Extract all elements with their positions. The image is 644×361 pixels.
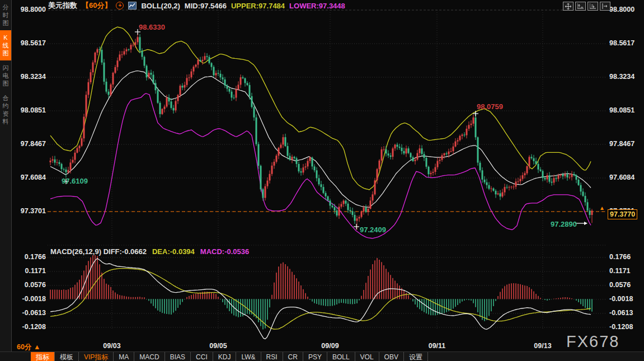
macd-axis-right-tick: -0.0613 (609, 309, 633, 317)
toolbar-item-BOLL[interactable]: BOLL (327, 352, 355, 361)
boll-lower-value: LOWER:97.3448 (289, 2, 345, 10)
price-axis-left-tick: 97.6084 (15, 174, 46, 181)
line (50, 259, 591, 339)
period-tag[interactable]: 【60分】 (82, 1, 111, 11)
price-axis-left-tick: 98.3234 (15, 73, 46, 81)
macd-dea-value: DEA:-0.0394 (152, 247, 195, 256)
price-axis-right-tick: 97.6084 (609, 174, 634, 181)
line (50, 93, 591, 238)
price-axis-left-tick: 97.8467 (15, 140, 46, 148)
price-annotation: 97.6109 (62, 177, 88, 185)
add-indicator-icon[interactable]: + (116, 2, 124, 10)
toolbar-item-OBV[interactable]: OBV (379, 352, 404, 361)
toolbar-item-指标[interactable]: 指标 (31, 352, 55, 361)
date-label: 09/13 (530, 342, 556, 350)
chart-header: 美元指数 【60分】 + BOLL(20,2) MID:97.5466 UPPE… (48, 1, 345, 10)
date-label: 09/11 (424, 342, 450, 350)
toolbar-item-RSI[interactable]: RSI (261, 352, 283, 361)
current-price-marker: 97.3770 (608, 209, 637, 219)
date-label: 09/03 (99, 342, 125, 350)
chart-canvas[interactable] (0, 0, 644, 361)
price-axis-right-tick: 98.5617 (609, 39, 634, 47)
pane-up-icon[interactable] (575, 2, 586, 11)
price-axis-left-tick: 98.8000 (15, 6, 46, 13)
pane-shift-icon[interactable] (600, 2, 610, 11)
toolbar-item-VOL[interactable]: VOL (355, 352, 379, 361)
toolbar-item-LW&[interactable]: LW& (236, 352, 261, 361)
macd-axis-right-tick: -0.0018 (609, 295, 633, 303)
macd-axis-left-tick: -0.1208 (15, 323, 46, 331)
date-label: 09/09 (317, 342, 343, 350)
line (50, 27, 591, 190)
toolbar-item-CR[interactable]: CR (283, 352, 303, 361)
sidebar-tab-1[interactable]: 分 时 图 (0, 0, 11, 30)
boll-upper-value: UPPER:97.7484 (231, 2, 285, 10)
boll-label: BOLL(20,2) (141, 2, 180, 10)
symbol-name: 美元指数 (48, 1, 77, 11)
macd-axis-left-tick: 0.0576 (15, 281, 46, 289)
price-annotation: 98.6330 (139, 23, 165, 31)
macd-axis-left-tick: 0.1171 (15, 267, 46, 275)
toolbar-item-BIAS[interactable]: BIAS (165, 352, 191, 361)
price-axis-right-tick: 98.0851 (609, 106, 634, 114)
toolbar-item-MA[interactable]: MA (114, 352, 134, 361)
sidebar-tab-3[interactable]: 闪 电 图 (0, 60, 11, 91)
chart-style-icon[interactable] (128, 2, 137, 10)
toolbar-item-CCI[interactable]: CCI (191, 352, 213, 361)
toolbar-item-KDJ[interactable]: KDJ (213, 352, 237, 361)
watermark: FX678 (566, 332, 619, 351)
price-axis-left-tick: 97.3701 (15, 207, 46, 215)
macd-axis-right-tick: -0.1208 (609, 323, 633, 331)
macd-header: MACD(26,12,9) DIFF:-0.0662 DEA:-0.0394 M… (50, 247, 249, 256)
macd-name-diff: MACD(26,12,9) DIFF:-0.0662 (50, 247, 147, 256)
toolbar-item-设置[interactable]: 设置 (404, 352, 428, 361)
toolbar-item-MACD[interactable]: MACD (134, 352, 164, 361)
toolbar-item-PSY[interactable]: PSY (303, 352, 327, 361)
macd-axis-left-tick: -0.0613 (15, 309, 46, 317)
macd-axis-right-tick: 0.1766 (609, 253, 631, 261)
chart-type-sidebar: 分 时 图K 线 图闪 电 图合 约 资 料 (0, 0, 12, 361)
macd-axis-left-tick: 0.1766 (15, 253, 46, 261)
sidebar-tab-4[interactable]: 合 约 资 料 (0, 91, 11, 129)
price-axis-right-tick: 98.3234 (609, 73, 634, 81)
line (50, 269, 591, 330)
trading-app-window: 分 时 图K 线 图闪 电 图合 约 资 料 美元指数 【60分】 + BOLL… (0, 0, 644, 361)
macd-axis-left-tick: -0.0018 (15, 295, 46, 303)
toolbar-item-模板[interactable]: 模板 (55, 352, 79, 361)
crosshair-icon[interactable] (563, 2, 574, 11)
toolbar-item-VIP指标[interactable]: VIP指标 (79, 352, 114, 361)
price-axis-right-tick: 98.8000 (609, 6, 634, 13)
macd-axis-right-tick: 0.1171 (609, 267, 631, 275)
window-controls (563, 2, 610, 11)
boll-mid-value: MID:97.5466 (185, 2, 227, 10)
macd-axis-right-tick: 0.0576 (609, 281, 631, 289)
price-axis-right-tick: 97.8467 (609, 140, 634, 148)
price-marker-arrow-icon: ▲ (599, 205, 605, 211)
sidebar-tab-2[interactable]: K 线 图 (0, 30, 11, 60)
price-axis-left-tick: 98.5617 (15, 39, 46, 47)
price-annotation: 98.0759 (477, 102, 503, 111)
price-annotation: 97.2409 (360, 226, 386, 234)
indicator-toolbar: 指标模板VIP指标MAMACDBIASCCIKDJLW&RSICRPSYBOLL… (0, 351, 644, 361)
price-axis-left-tick: 98.0851 (15, 106, 46, 114)
period-selector[interactable]: 60分 ▲ (17, 343, 40, 352)
pane-right-icon[interactable] (587, 2, 598, 11)
price-annotation: 97.2890 (551, 220, 577, 228)
date-label: 09/05 (205, 342, 231, 350)
macd-macd-value: MACD:-0.0536 (200, 247, 249, 256)
